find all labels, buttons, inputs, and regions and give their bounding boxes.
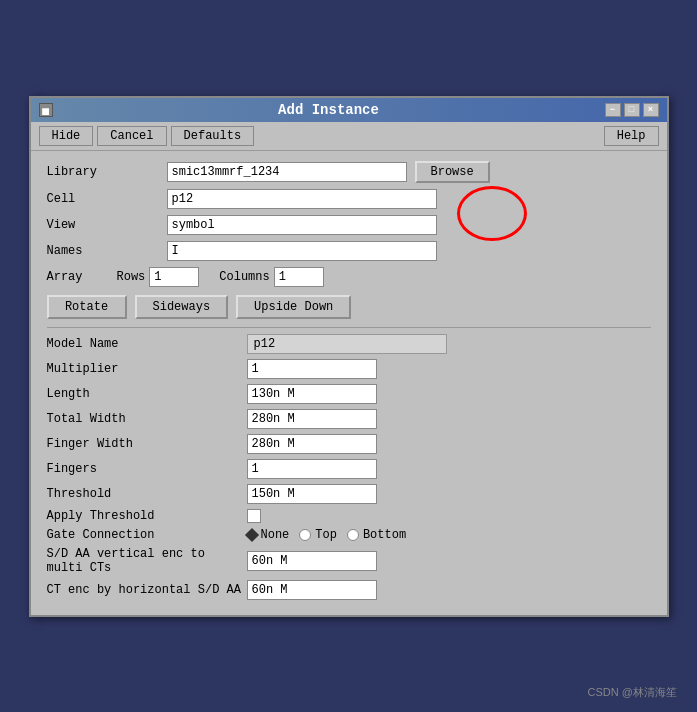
apply-threshold-row: Apply Threshold bbox=[47, 509, 651, 523]
rotate-button[interactable]: Rotate bbox=[47, 295, 127, 319]
top-label: Top bbox=[315, 528, 337, 542]
threshold-input[interactable] bbox=[247, 484, 377, 504]
threshold-label: Threshold bbox=[47, 487, 247, 501]
top-radio bbox=[299, 529, 311, 541]
titlebar-controls: − □ × bbox=[605, 103, 659, 117]
add-instance-window: ■ Add Instance − □ × Hide Cancel Default… bbox=[29, 96, 669, 617]
none-label: None bbox=[261, 528, 290, 542]
browse-button[interactable]: Browse bbox=[415, 161, 490, 183]
ct-enc-label: CT enc by horizontal S/D AA bbox=[47, 583, 247, 597]
gate-connection-row: Gate Connection None Top Bottom bbox=[47, 528, 651, 542]
titlebar: ■ Add Instance − □ × bbox=[31, 98, 667, 122]
finger-width-input[interactable] bbox=[247, 434, 377, 454]
threshold-row: Threshold bbox=[47, 484, 651, 504]
model-name-label: Model Name bbox=[47, 337, 247, 351]
multiplier-label: Multiplier bbox=[47, 362, 247, 376]
apply-threshold-label: Apply Threshold bbox=[47, 509, 247, 523]
bottom-option[interactable]: Bottom bbox=[347, 528, 406, 542]
length-input[interactable] bbox=[247, 384, 377, 404]
gate-connection-label: Gate Connection bbox=[47, 528, 247, 542]
maximize-button[interactable]: □ bbox=[624, 103, 640, 117]
apply-threshold-checkbox[interactable] bbox=[247, 509, 261, 523]
divider bbox=[47, 327, 651, 328]
form-content: Library Browse Cell View Names Array bbox=[31, 151, 667, 615]
rows-input[interactable] bbox=[149, 267, 199, 287]
array-row: Array Rows Columns bbox=[47, 267, 651, 287]
cell-row: Cell bbox=[47, 189, 651, 209]
menubar: Hide Cancel Defaults Help bbox=[31, 122, 667, 151]
fingers-label: Fingers bbox=[47, 462, 247, 476]
view-row: View bbox=[47, 215, 651, 235]
finger-width-label: Finger Width bbox=[47, 437, 247, 451]
defaults-button[interactable]: Defaults bbox=[171, 126, 255, 146]
library-label: Library bbox=[47, 165, 167, 179]
minimize-button[interactable]: − bbox=[605, 103, 621, 117]
top-option[interactable]: Top bbox=[299, 528, 337, 542]
view-label: View bbox=[47, 218, 167, 232]
sideways-button[interactable]: Sideways bbox=[135, 295, 229, 319]
watermark: CSDN @林清海笙 bbox=[588, 685, 677, 700]
length-label: Length bbox=[47, 387, 247, 401]
multiplier-row: Multiplier bbox=[47, 359, 651, 379]
total-width-label: Total Width bbox=[47, 412, 247, 426]
upside-down-button[interactable]: Upside Down bbox=[236, 295, 351, 319]
ct-enc-row: CT enc by horizontal S/D AA bbox=[47, 580, 651, 600]
hide-button[interactable]: Hide bbox=[39, 126, 94, 146]
length-row: Length bbox=[47, 384, 651, 404]
bottom-label: Bottom bbox=[363, 528, 406, 542]
window-icon: ■ bbox=[39, 103, 53, 117]
fingers-input[interactable] bbox=[247, 459, 377, 479]
sd-aa-label: S/D AA vertical enc to multi CTs bbox=[47, 547, 247, 575]
names-input[interactable] bbox=[167, 241, 437, 261]
view-input[interactable] bbox=[167, 215, 437, 235]
columns-input[interactable] bbox=[274, 267, 324, 287]
sd-aa-row: S/D AA vertical enc to multi CTs bbox=[47, 547, 651, 575]
finger-width-row: Finger Width bbox=[47, 434, 651, 454]
none-radio-selected bbox=[244, 527, 258, 541]
model-name-value: p12 bbox=[247, 334, 447, 354]
fingers-row: Fingers bbox=[47, 459, 651, 479]
bottom-radio bbox=[347, 529, 359, 541]
gate-connection-options: None Top Bottom bbox=[247, 528, 407, 542]
total-width-row: Total Width bbox=[47, 409, 651, 429]
names-label: Names bbox=[47, 244, 167, 258]
window-title: Add Instance bbox=[53, 102, 605, 118]
total-width-input[interactable] bbox=[247, 409, 377, 429]
close-button[interactable]: × bbox=[643, 103, 659, 117]
names-row: Names bbox=[47, 241, 651, 261]
help-button[interactable]: Help bbox=[604, 126, 659, 146]
cell-input[interactable] bbox=[167, 189, 437, 209]
columns-label: Columns bbox=[219, 270, 269, 284]
cell-label: Cell bbox=[47, 192, 167, 206]
rows-label: Rows bbox=[117, 270, 146, 284]
none-option[interactable]: None bbox=[247, 528, 290, 542]
ct-enc-input[interactable] bbox=[247, 580, 377, 600]
sd-aa-input[interactable] bbox=[247, 551, 377, 571]
library-input[interactable] bbox=[167, 162, 407, 182]
multiplier-input[interactable] bbox=[247, 359, 377, 379]
model-name-row: Model Name p12 bbox=[47, 334, 651, 354]
cancel-button[interactable]: Cancel bbox=[97, 126, 166, 146]
library-row: Library Browse bbox=[47, 161, 651, 183]
array-label: Array bbox=[47, 270, 117, 284]
transform-buttons: Rotate Sideways Upside Down bbox=[47, 295, 651, 319]
properties-section: Model Name p12 Multiplier Length Total W… bbox=[47, 334, 651, 600]
